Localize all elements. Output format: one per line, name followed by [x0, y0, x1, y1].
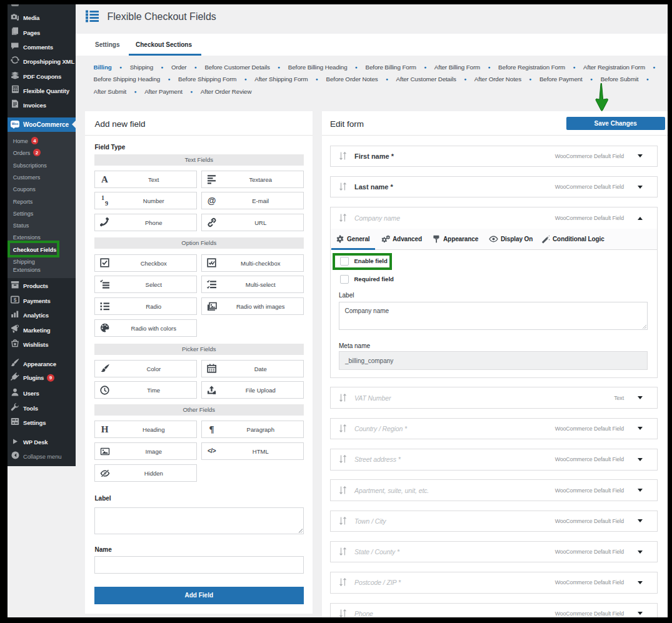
svg-text:$: $	[14, 296, 17, 302]
